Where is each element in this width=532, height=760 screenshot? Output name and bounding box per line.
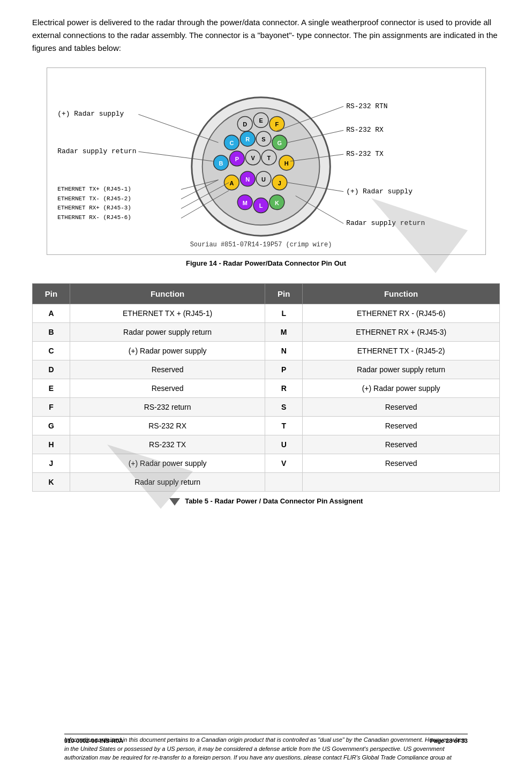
- function-cell: ETHERNET TX + (RJ45-1): [70, 304, 265, 323]
- svg-text:P: P: [235, 156, 238, 162]
- pin-cell-2: L: [265, 304, 303, 323]
- svg-text:(+) Radar supply: (+) Radar supply: [57, 110, 124, 118]
- pin-cell: F: [33, 398, 70, 417]
- function-cell-2: ETHERNET TX - (RJ45-2): [303, 342, 500, 360]
- svg-text:(+) Radar supply: (+) Radar supply: [346, 187, 413, 195]
- function-cell-2: [303, 473, 500, 492]
- svg-text:C: C: [229, 140, 234, 146]
- svg-text:E: E: [259, 117, 263, 124]
- intro-paragraph: Electrical power is delivered to the rad…: [32, 16, 500, 55]
- svg-text:L: L: [259, 202, 263, 209]
- svg-text:K: K: [274, 200, 279, 206]
- pin-cell-2: U: [265, 435, 303, 454]
- svg-text:ETHERNET RX- (RJ45-6): ETHERNET RX- (RJ45-6): [57, 214, 131, 221]
- svg-text:A: A: [229, 180, 234, 186]
- pin-cell: B: [33, 323, 70, 342]
- svg-text:T: T: [267, 155, 271, 161]
- pin-cell-2: [265, 473, 303, 492]
- table-caption: Table 5 - Radar Power / Data Connector P…: [32, 497, 500, 506]
- table-row: BRadar power supply returnMETHERNET RX +…: [33, 323, 500, 342]
- pin-cell: J: [33, 454, 70, 473]
- svg-text:R: R: [245, 136, 250, 142]
- pin-cell-2: V: [265, 454, 303, 473]
- svg-text:RS-232 RX: RS-232 RX: [346, 126, 384, 134]
- table-row: FRS-232 returnSReserved: [33, 398, 500, 417]
- footer-note-text: Information contained in this document p…: [64, 736, 465, 760]
- col-header-pin2: Pin: [265, 284, 303, 304]
- col-header-func1: Function: [70, 284, 265, 304]
- pin-cell: K: [33, 473, 70, 492]
- svg-text:Souriau #851-07R14-19P57 (crim: Souriau #851-07R14-19P57 (crimp wire): [190, 241, 332, 249]
- function-cell: Reserved: [70, 360, 265, 379]
- pin-cell: C: [33, 342, 70, 360]
- svg-text:ETHERNET RX+ (RJ45-3): ETHERNET RX+ (RJ45-3): [57, 205, 131, 211]
- table-row: C(+) Radar power supplyNETHERNET TX - (R…: [33, 342, 500, 360]
- pin-cell: A: [33, 304, 70, 323]
- page-content: Electrical power is delivered to the rad…: [32, 16, 500, 760]
- pin-cell-2: N: [265, 342, 303, 360]
- function-cell-2: Reserved: [303, 398, 500, 417]
- function-cell-2: ETHERNET RX + (RJ45-3): [303, 323, 500, 342]
- function-cell: (+) Radar power supply: [70, 342, 265, 360]
- pin-cell-2: T: [265, 417, 303, 435]
- watermark-arrow-1: [371, 198, 468, 273]
- function-cell-2: Reserved: [303, 417, 500, 435]
- footer-note: Information contained in this document p…: [64, 735, 468, 760]
- svg-text:M: M: [242, 200, 247, 206]
- table-row: AETHERNET TX + (RJ45-1)LETHERNET RX - (R…: [33, 304, 500, 323]
- svg-text:V: V: [251, 155, 255, 161]
- pin-cell-2: P: [265, 360, 303, 379]
- pin-cell-2: S: [265, 398, 303, 417]
- table-row: HRS-232 TXUReserved: [33, 435, 500, 454]
- svg-text:D: D: [243, 121, 247, 127]
- svg-text:RS-232 RTN: RS-232 RTN: [346, 102, 387, 110]
- svg-text:B: B: [219, 160, 223, 167]
- watermark-arrow-2: [107, 445, 193, 509]
- function-cell: Reserved: [70, 379, 265, 398]
- function-cell-2: Radar power supply return: [303, 360, 500, 379]
- function-cell-2: Reserved: [303, 435, 500, 454]
- col-header-pin1: Pin: [33, 284, 70, 304]
- pin-cell-2: R: [265, 379, 303, 398]
- svg-text:N: N: [245, 176, 250, 183]
- svg-text:RS-232 TX: RS-232 TX: [346, 150, 384, 158]
- pin-cell: H: [33, 435, 70, 454]
- table-row: KRadar supply return: [33, 473, 500, 492]
- pin-cell: E: [33, 379, 70, 398]
- svg-text:J: J: [278, 180, 281, 186]
- function-cell: RS-232 return: [70, 398, 265, 417]
- svg-text:ETHERNET TX+ (RJ45-1): ETHERNET TX+ (RJ45-1): [57, 186, 131, 192]
- pin-cell: G: [33, 417, 70, 435]
- table-row: GRS-232 RXTReserved: [33, 417, 500, 435]
- pin-table: Pin Function Pin Function AETHERNET TX +…: [32, 283, 500, 492]
- svg-text:H: H: [284, 160, 288, 167]
- function-cell: RS-232 RX: [70, 417, 265, 435]
- pin-cell: D: [33, 360, 70, 379]
- svg-text:ETHERNET TX- (RJ45-2): ETHERNET TX- (RJ45-2): [57, 195, 131, 202]
- col-header-func2: Function: [303, 284, 500, 304]
- svg-text:Radar supply return: Radar supply return: [57, 147, 136, 155]
- table-row: J(+) Radar power supplyVReserved: [33, 454, 500, 473]
- svg-text:U: U: [261, 176, 266, 183]
- pin-cell-2: M: [265, 323, 303, 342]
- svg-marker-0: [371, 198, 468, 273]
- table-row: DReservedPRadar power supply return: [33, 360, 500, 379]
- function-cell: Radar power supply return: [70, 323, 265, 342]
- svg-text:G: G: [277, 140, 282, 146]
- table-caption-text: Table 5 - Radar Power / Data Connector P…: [185, 497, 363, 505]
- svg-text:S: S: [261, 136, 265, 142]
- svg-marker-65: [107, 445, 193, 509]
- function-cell-2: ETHERNET RX - (RJ45-6): [303, 304, 500, 323]
- svg-text:F: F: [275, 121, 279, 127]
- table-row: EReservedR(+) Radar power supply: [33, 379, 500, 398]
- function-cell-2: Reserved: [303, 454, 500, 473]
- function-cell-2: (+) Radar power supply: [303, 379, 500, 398]
